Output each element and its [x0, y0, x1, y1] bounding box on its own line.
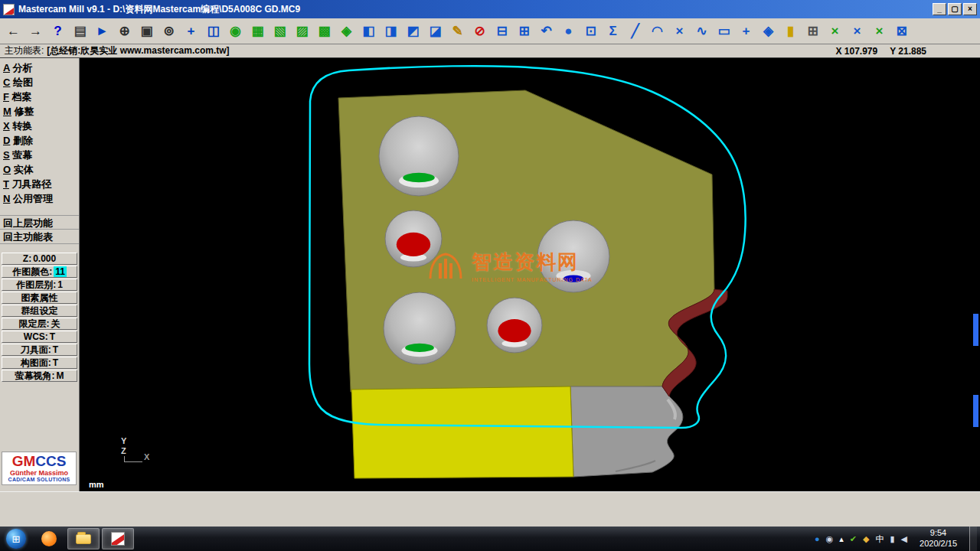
menu-item-s[interactable]: S 萤幕	[0, 148, 79, 162]
create-rectangle-button[interactable]: ▭	[713, 21, 735, 42]
part-side-wall-gray[interactable]	[570, 386, 683, 477]
status-wcs-label: WCS:	[24, 331, 48, 342]
xform-button[interactable]: ⊠	[890, 21, 913, 42]
show-desktop-button[interactable]	[969, 527, 977, 551]
screen-copy-button[interactable]: ⊟	[491, 21, 513, 42]
menu-item-m[interactable]: M 修整	[0, 104, 79, 119]
start-button[interactable]: ⊞	[6, 529, 26, 549]
gview-top-button[interactable]: ▦	[247, 21, 269, 42]
dynamic-rotate-button[interactable]: ◉	[224, 21, 247, 42]
menu-item-n[interactable]: N 公用管理	[0, 191, 79, 206]
status-limit-level[interactable]: 限定层:关	[2, 318, 77, 330]
tray-network-icon[interactable]: ▮	[890, 535, 895, 543]
screen-paste-button[interactable]: ⊞	[513, 21, 535, 42]
gview-dynamic-button[interactable]: ◈	[335, 21, 358, 42]
axes-gnomon: Y Z X	[115, 436, 158, 470]
tray-globe-icon[interactable]: ◉	[826, 535, 834, 543]
taskbar-mastercam-button[interactable]	[102, 528, 134, 549]
gview-side-button[interactable]: ▨	[291, 21, 313, 42]
status-entity-attributes[interactable]: 图素属性	[2, 292, 77, 304]
trim-break-button[interactable]: ×	[824, 21, 846, 42]
hole-red-4[interactable]	[487, 298, 542, 353]
zoom-target-button[interactable]: ⊚	[158, 21, 180, 42]
watermark-logo-icon	[426, 248, 466, 283]
analyze-sigma-button[interactable]: Σ	[602, 21, 624, 42]
trim-extend-button[interactable]: ×	[868, 21, 890, 42]
status-tool-plane[interactable]: 刀具面:T	[2, 344, 77, 356]
status-draw-color[interactable]: 作图颜色:11	[2, 266, 77, 278]
menu-item-d[interactable]: D 删除	[0, 133, 79, 148]
status-group-settings[interactable]: 群组设定	[2, 305, 77, 317]
main-menu-button[interactable]: 回主功能表	[0, 230, 79, 244]
select-cursor-icon: ►	[96, 24, 109, 37]
status-screen-view[interactable]: 萤幕视角:M	[2, 370, 77, 382]
delete-entity-button[interactable]: ⊘	[469, 21, 491, 42]
taskbar-browser-button[interactable]	[33, 528, 65, 549]
menu-item-t[interactable]: T 刀具路径	[0, 177, 79, 191]
undo-button[interactable]: ↶	[535, 21, 557, 42]
status-z-depth[interactable]: Z:0.000	[2, 253, 77, 265]
taskbar-explorer-button[interactable]	[67, 528, 100, 549]
tray-security-shield-icon[interactable]: ✔	[850, 535, 857, 543]
status-wcs[interactable]: WCS:T	[2, 331, 77, 343]
part-front-face[interactable]	[351, 386, 573, 478]
tray-hidden-arrow-icon[interactable]: ▴	[839, 535, 844, 543]
prompt-area[interactable]	[0, 491, 980, 527]
create-surface-button[interactable]: ◈	[757, 21, 779, 42]
status-construction-plane[interactable]: 构图面:T	[2, 357, 77, 369]
menu-item-o[interactable]: O 实体	[0, 162, 79, 177]
gview-front-button[interactable]: ▧	[269, 21, 291, 42]
zoom-previous-button[interactable]: ◫	[202, 21, 224, 42]
fit-screen-button[interactable]: +	[180, 21, 202, 42]
hole-green-0[interactable]	[379, 116, 459, 196]
close-button[interactable]: ×	[963, 3, 977, 15]
select-cursor-button[interactable]: ►	[91, 21, 113, 42]
attributes-pencil-button[interactable]: ✎	[446, 21, 469, 42]
zoom-in-button[interactable]: ⊕	[113, 21, 136, 42]
trim-divide-button[interactable]: ×	[846, 21, 868, 42]
tray-messenger-icon[interactable]: ●	[815, 535, 820, 543]
watermark: 智造资料网 INTELLIGENT MANUFACTURING DATA	[426, 248, 593, 283]
gmccs-brand: GMCCS	[2, 454, 76, 469]
shade-button[interactable]: ●	[557, 21, 580, 42]
title-bar[interactable]: Mastercam Mill v9.1 - D:\资料网Mastercam编程\…	[0, 0, 980, 18]
menu-item-c[interactable]: C 绘图	[0, 75, 79, 90]
cplane-side-button[interactable]: ◩	[402, 21, 424, 42]
cplane-top-button[interactable]: ◧	[358, 21, 380, 42]
multi-view-button[interactable]: ⊞	[802, 21, 824, 42]
tray-ime-icon[interactable]: 中	[876, 535, 884, 543]
gview-isometric-button[interactable]: ▩	[313, 21, 335, 42]
notepad-button[interactable]: ▤	[69, 21, 91, 42]
zoom-window-button[interactable]: ▣	[136, 21, 158, 42]
create-spline-button[interactable]: ∿	[691, 21, 713, 42]
status-draw-color-value: 11	[54, 266, 67, 277]
create-arc-button[interactable]: ◠	[646, 21, 668, 42]
forward-arrow-button[interactable]: →	[24, 21, 47, 42]
create-rectangle-icon: ▭	[717, 24, 730, 37]
create-point-icon: +	[743, 24, 750, 37]
trim-break-icon: ×	[831, 24, 839, 37]
hotkey-m: M	[3, 106, 11, 117]
cplane-3d-button[interactable]: ◪	[424, 21, 446, 42]
taskbar-clock[interactable]: 9:54 2020/2/15	[920, 528, 957, 549]
create-point-button[interactable]: +	[735, 21, 757, 42]
menu-item-a[interactable]: A 分析	[0, 60, 79, 75]
graphics-area[interactable]: 智造资料网 INTELLIGENT MANUFACTURING DATA Y Z…	[80, 58, 980, 491]
maximize-button[interactable]: ▢	[948, 3, 962, 15]
help-button[interactable]: ?	[47, 21, 69, 42]
status-draw-level[interactable]: 作图层别:1	[2, 279, 77, 291]
solids-menu-button[interactable]: ▮	[779, 21, 802, 42]
minimize-button[interactable]: _	[933, 3, 946, 15]
hole-green-3[interactable]	[384, 292, 456, 364]
cplane-front-button[interactable]: ◨	[380, 21, 402, 42]
tray-volume-icon[interactable]: ◀	[901, 535, 907, 543]
trim-entity-button[interactable]: ×	[668, 21, 691, 42]
viewport-layout-button[interactable]: ⊡	[580, 21, 602, 42]
create-line-button[interactable]: ╱	[624, 21, 646, 42]
backup-menu-button[interactable]: 回上层功能	[0, 215, 79, 230]
back-arrow-button[interactable]: ←	[2, 21, 24, 42]
menu-item-x[interactable]: X 转换	[0, 119, 79, 133]
menu-item-f[interactable]: F 档案	[0, 90, 79, 104]
tray-update-icon[interactable]: ◆	[863, 535, 869, 543]
status-entity-attributes-label: 图素属性	[21, 292, 58, 305]
